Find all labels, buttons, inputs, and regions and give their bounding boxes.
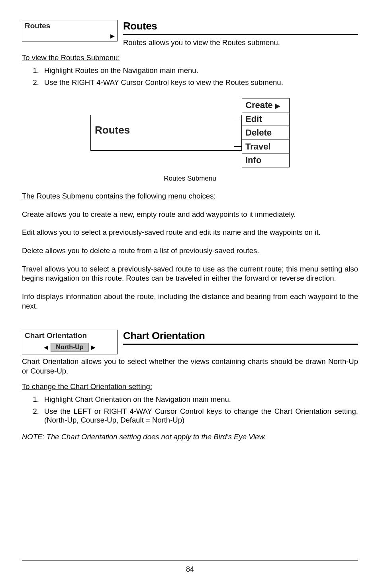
chart-note: NOTE: The Chart Orientation setting does… [22, 433, 358, 441]
routes-title: Routes [123, 20, 358, 35]
submenu-item-create-label: Create [245, 100, 272, 110]
submenu-item-travel-label: Travel [245, 142, 271, 151]
chart-step-2: Use the LEFT or RIGHT 4-WAY Cursor Contr… [41, 405, 358, 426]
routes-intro-bold: Routes [123, 38, 147, 47]
routes-travel-rest: allows you to select a previously-saved … [22, 265, 358, 283]
routes-travel-bold: Travel [22, 265, 42, 273]
routes-create-rest: allows you to create a new, empty route … [44, 210, 296, 218]
chart-intro: Chart Orientation allows you to select w… [22, 357, 358, 376]
routes-submenu-wrap: Create ▶ Edit Delete Travel Info [242, 98, 290, 167]
chart-intro-bold: Chart Orientation [22, 357, 78, 366]
chevron-left-icon: ◀ [44, 344, 48, 350]
submenu-item-edit-label: Edit [245, 114, 262, 124]
chart-menu-box: Chart Orientation ◀ North-Up ▶ [22, 330, 118, 354]
routes-big-box: Routes [90, 115, 242, 151]
chart-value: North-Up [51, 343, 88, 352]
page-number: 84 [186, 565, 194, 573]
chart-steps: Highlight Chart Orientation on the Navig… [41, 393, 358, 426]
routes-submenu-column: Create ▶ Edit Delete Travel Info [242, 98, 290, 167]
routes-steps-heading: To view the Routes Submenu: [22, 53, 358, 62]
routes-create-bold: Create [22, 210, 44, 218]
page-footer: 84 [22, 560, 358, 574]
submenu-item-create: Create ▶ [242, 98, 290, 112]
submenu-item-delete: Delete [242, 126, 290, 140]
routes-create-para: Create allows you to create a new, empty… [22, 210, 358, 219]
routes-step-1: Highlight Routes on the Navigation main … [41, 65, 358, 77]
routes-title-block: Routes Routes allows you to view the Rou… [123, 20, 358, 47]
routes-info-rest: displays information about the route, in… [22, 292, 358, 310]
chart-steps-heading: To change the Chart Orientation setting: [22, 382, 358, 391]
chart-note-rest: The Chart Orientation setting does not a… [45, 433, 266, 441]
routes-travel-para: Travel allows you to select a previously… [22, 264, 358, 283]
chart-title-block: Chart Orientation [123, 330, 358, 348]
routes-menu-expand-arrow-row: ▶ [22, 31, 117, 41]
routes-delete-bold: Delete [22, 246, 43, 255]
routes-submenu-figure: Routes Create ▶ Edit Delete Travel Info [22, 98, 358, 167]
chart-title: Chart Orientation [123, 330, 358, 345]
chevron-right-icon: ▶ [275, 102, 280, 109]
routes-info-para: Info displays information about the rout… [22, 292, 358, 311]
routes-steps: Highlight Routes on the Navigation main … [41, 65, 358, 88]
submenu-item-info-label: Info [245, 155, 261, 165]
submenu-item-travel: Travel [242, 140, 290, 154]
chart-note-bold: NOTE: [22, 433, 45, 441]
routes-info-bold: Info [22, 292, 34, 301]
routes-edit-bold: Edit [22, 228, 35, 236]
chart-menu-label: Chart Orientation [22, 330, 117, 341]
submenu-item-edit: Edit [242, 112, 290, 126]
routes-edit-para: Edit allows you to select a previously-s… [22, 228, 358, 237]
routes-delete-para: Delete allows you to delete a route from… [22, 246, 358, 256]
submenu-item-delete-label: Delete [245, 128, 272, 138]
routes-delete-rest: allows you to delete a route from a list… [43, 246, 259, 255]
chevron-right-icon: ▶ [91, 344, 96, 350]
routes-menu-box: Routes ▶ [22, 20, 118, 41]
routes-intro: Routes allows you to view the Routes sub… [123, 38, 358, 47]
routes-submenu-caption: Routes Submenu [22, 175, 358, 183]
routes-menu-label: Routes [22, 20, 117, 31]
submenu-item-info: Info [242, 153, 290, 167]
routes-edit-rest: allows you to select a previously-saved … [35, 228, 321, 236]
chart-header-row: Chart Orientation ◀ North-Up ▶ Chart Ori… [22, 330, 358, 354]
routes-step-2: Use the RIGHT 4-WAY Cursor Control keys … [41, 77, 358, 88]
chart-step-1: Highlight Chart Orientation on the Navig… [41, 393, 358, 405]
routes-intro-rest: allows you to view the Routes submenu. [147, 38, 280, 47]
chevron-right-icon: ▶ [110, 33, 115, 39]
routes-header-row: Routes ▶ Routes Routes allows you to vie… [22, 20, 358, 47]
routes-choices-heading: The Routes Submenu contains the followin… [22, 191, 358, 201]
chart-value-row: ◀ North-Up ▶ [22, 341, 117, 354]
